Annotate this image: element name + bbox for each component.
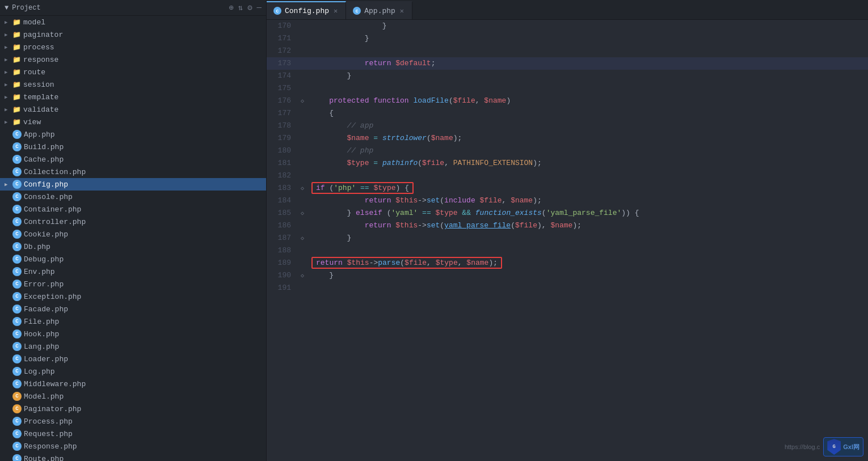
fold-gutter-185[interactable]: ◇ [298, 207, 307, 219]
folder-label: paginator [23, 31, 63, 39]
sidebar: ▼ Project ⊕ ⇅ ⚙ — ▶ 📁 model ▶ 📁 paginato… [0, 0, 267, 461]
sidebar-item-facadephp[interactable]: C Facade.php [0, 303, 266, 315]
file-label: Process.php [24, 417, 73, 426]
folder-label: route [23, 68, 45, 77]
sidebar-item-paginatorphp[interactable]: C Paginator.php [0, 403, 266, 415]
fold-gutter-173 [298, 57, 307, 70]
sidebar-item-collectionphp[interactable]: C Collection.php [0, 166, 266, 178]
code-line-173: 173 return $default; [267, 57, 868, 70]
project-icon: ▼ [5, 4, 9, 12]
file-icon: C [12, 442, 22, 451]
sidebar-item-errorphp[interactable]: C Error.php [0, 278, 266, 290]
file-icon: C [12, 417, 22, 426]
file-icon: C [12, 292, 22, 301]
sidebar-item-middlewarephp[interactable]: C Middleware.php [0, 378, 266, 390]
line-number-189: 189 [267, 257, 298, 269]
sidebar-item-dbphp[interactable]: C Db.php [0, 240, 266, 253]
tab-close-button[interactable]: ✕ [332, 7, 339, 15]
sidebar-item-envphp[interactable]: C Env.php [0, 265, 266, 278]
sidebar-item-controllerphp[interactable]: C Controller.php [0, 215, 266, 228]
fold-gutter-186 [298, 219, 307, 232]
sidebar-item-exceptionphp[interactable]: C Exception.php [0, 290, 266, 303]
sidebar-item-route[interactable]: ▶ 📁 route [0, 66, 266, 78]
fold-gutter-180 [298, 145, 307, 157]
sidebar-item-appphp[interactable]: C App.php [0, 128, 266, 141]
fold-gutter-183[interactable]: ◇ [298, 182, 307, 194]
tab-appphp[interactable]: C App.php ✕ [346, 1, 412, 19]
tab-label: App.php [364, 7, 395, 15]
line-number-180: 180 [267, 145, 298, 157]
sidebar-item-consolephp[interactable]: C Console.php [0, 191, 266, 203]
minimize-icon[interactable]: — [257, 3, 262, 12]
folder-arrow: ▶ [5, 69, 12, 75]
sidebar-item-containerphp[interactable]: C Container.php [0, 203, 266, 215]
file-icon: C [12, 155, 22, 164]
tab-close-button[interactable]: ✕ [399, 7, 405, 15]
sidebar-item-cachephp[interactable]: C Cache.php [0, 153, 266, 166]
folder-label: response [23, 56, 58, 64]
sidebar-item-processphp[interactable]: C Process.php [0, 415, 266, 428]
file-icon: C [12, 142, 22, 151]
folder-arrow: ▶ [5, 57, 12, 63]
code-line-178: 178 // app [267, 120, 868, 132]
sidebar-item-logphp[interactable]: C Log.php [0, 365, 266, 378]
file-icon: C [12, 180, 22, 189]
line-number-170: 170 [267, 20, 298, 32]
file-label: Collection.php [24, 168, 86, 176]
sidebar-item-loaderphp[interactable]: C Loader.php [0, 353, 266, 365]
collapse-icon[interactable]: ⇅ [238, 3, 243, 12]
sidebar-item-validate[interactable]: ▶ 📁 validate [0, 103, 266, 116]
refresh-icon[interactable]: ⊕ [229, 3, 233, 12]
code-content-190: } [307, 269, 868, 282]
line-number-171: 171 [267, 32, 298, 45]
fold-gutter-176[interactable]: ◇ [298, 95, 307, 107]
fold-gutter-191 [298, 282, 307, 294]
sidebar-item-cookiephp[interactable]: C Cookie.php [0, 228, 266, 240]
code-line-177: 177 { [267, 107, 868, 120]
file-label: Log.php [24, 367, 55, 376]
sidebar-item-session[interactable]: ▶ 📁 session [0, 78, 266, 91]
file-label: Middleware.php [24, 380, 86, 388]
fold-gutter-187[interactable]: ◇ [298, 232, 307, 244]
sidebar-item-template[interactable]: ▶ 📁 template [0, 91, 266, 103]
sidebar-item-langphp[interactable]: C Lang.php [0, 340, 266, 353]
code-line-190: 190◇ } [267, 269, 868, 282]
sidebar-item-responsephp[interactable]: C Response.php [0, 440, 266, 452]
line-number-179: 179 [267, 132, 298, 145]
sidebar-item-routephp[interactable]: C Route.php [0, 452, 266, 461]
sidebar-item-view[interactable]: ▶ 📁 view [0, 116, 266, 128]
sidebar-item-model[interactable]: ▶ 📁 model [0, 16, 266, 28]
sidebar-item-paginator[interactable]: ▶ 📁 paginator [0, 28, 266, 41]
settings-icon[interactable]: ⚙ [247, 3, 252, 12]
sidebar-item-configphp[interactable]: ▶ C Config.php [0, 178, 266, 191]
folder-icon: 📁 [12, 31, 21, 39]
sidebar-item-response[interactable]: ▶ 📁 response [0, 53, 266, 66]
sidebar-item-modelphp[interactable]: C Model.php [0, 390, 266, 403]
sidebar-item-hookphp[interactable]: C Hook.php [0, 328, 266, 340]
fold-gutter-178 [298, 120, 307, 132]
sidebar-item-filephp[interactable]: C File.php [0, 315, 266, 328]
watermark-badge-text: Gxl网 [843, 443, 859, 451]
code-container[interactable]: 170 }171 }172173 return $default;174 }17… [267, 20, 868, 461]
code-content-186: return $this->set(yaml_parse_file($file)… [307, 219, 868, 232]
sidebar-title-label: Project [12, 4, 40, 12]
tab-configphp[interactable]: C Config.php ✕ [267, 1, 346, 19]
code-content-178: // app [307, 120, 868, 132]
file-icon: C [12, 217, 22, 226]
folder-arrow: ▶ [5, 119, 12, 125]
sidebar-item-requestphp[interactable]: C Request.php [0, 428, 266, 440]
sidebar-item-process[interactable]: ▶ 📁 process [0, 41, 266, 53]
line-number-172: 172 [267, 45, 298, 57]
fold-gutter-189 [298, 257, 307, 269]
code-content-177: { [307, 107, 868, 120]
file-label: Route.php [24, 455, 64, 462]
sidebar-item-buildphp[interactable]: C Build.php [0, 141, 266, 153]
file-icon: C [12, 454, 22, 461]
sidebar-item-debugphp[interactable]: C Debug.php [0, 253, 266, 265]
code-line-171: 171 } [267, 32, 868, 45]
file-icon: C [12, 317, 22, 326]
code-content-185: } elseif ('yaml' == $type && function_ex… [307, 207, 868, 219]
fold-gutter-190[interactable]: ◇ [298, 269, 307, 282]
tab-file-icon: C [353, 7, 361, 15]
line-number-174: 174 [267, 70, 298, 82]
